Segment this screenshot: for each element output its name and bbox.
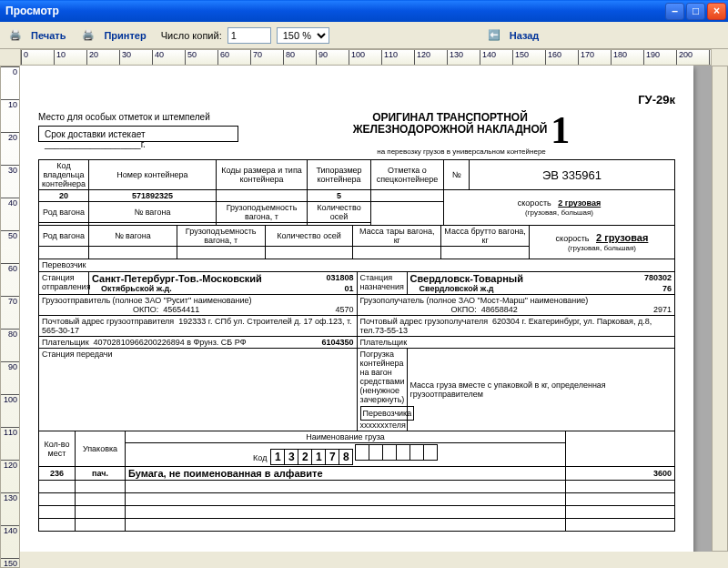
toolbar: 🖨️ Печать 🖨️ Принтер Число копий: 150 % … [0, 22, 728, 49]
back-icon: ⬅️ [486, 27, 502, 44]
print-icon: 🖨️ [7, 27, 24, 44]
window-titlebar: Просмотр – □ × [0, 0, 728, 22]
back-button[interactable]: Назад [510, 30, 540, 41]
window-title: Просмотр [5, 5, 663, 17]
copies-label: Число копий: [161, 30, 222, 41]
printer-button[interactable]: Принтер [104, 30, 146, 41]
zoom-select[interactable]: 150 % [277, 27, 329, 44]
copies-input[interactable] [228, 27, 271, 44]
minimize-button[interactable]: – [665, 3, 684, 20]
close-button[interactable]: × [707, 3, 726, 20]
printer-icon: 🖨️ [80, 27, 96, 44]
maximize-button[interactable]: □ [686, 3, 705, 20]
print-button[interactable]: Печать [31, 30, 66, 41]
